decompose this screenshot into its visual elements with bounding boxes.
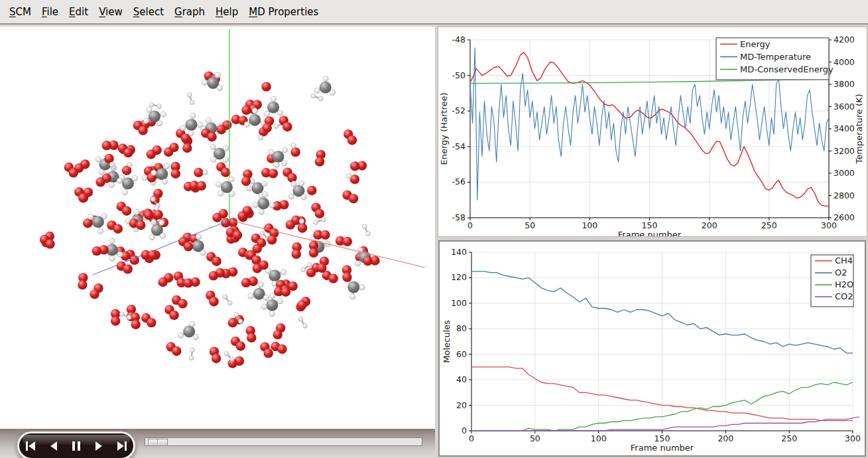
step-back-button[interactable] <box>44 436 64 456</box>
svg-text:Energy: Energy <box>740 39 771 49</box>
playback-bar <box>0 429 435 458</box>
svg-text:250: 250 <box>781 433 797 443</box>
svg-text:4000: 4000 <box>834 57 855 67</box>
molecule-count-chart: 050100150200250300020406080100120140Fram… <box>440 242 865 455</box>
play-button[interactable] <box>89 436 109 456</box>
svg-text:50: 50 <box>530 433 540 443</box>
svg-text:-50: -50 <box>452 70 465 80</box>
skip-to-end-icon <box>115 439 129 453</box>
playback-controls <box>17 431 135 458</box>
menu-scm[interactable]: SCM <box>4 2 36 22</box>
menu-edit[interactable]: Edit <box>64 2 93 22</box>
svg-text:300: 300 <box>845 433 861 443</box>
svg-text:0: 0 <box>469 433 474 443</box>
svg-text:3000: 3000 <box>834 168 855 178</box>
svg-text:O2: O2 <box>835 267 847 277</box>
svg-text:3800: 3800 <box>834 79 855 89</box>
svg-text:150: 150 <box>654 433 670 443</box>
menu-bar: SCM File Edit View Select Graph Help MD … <box>0 0 868 25</box>
svg-text:-48: -48 <box>452 35 465 44</box>
svg-text:0: 0 <box>462 425 467 435</box>
svg-text:4200: 4200 <box>834 35 855 44</box>
svg-text:100: 100 <box>582 220 597 230</box>
svg-text:Energy (Hartree): Energy (Hartree) <box>439 92 449 165</box>
molecule-viewport[interactable] <box>0 27 435 429</box>
svg-text:Molecules: Molecules <box>442 320 452 363</box>
menu-graph[interactable]: Graph <box>169 2 210 22</box>
menu-file[interactable]: File <box>36 2 64 22</box>
svg-text:80: 80 <box>456 323 467 333</box>
svg-text:-54: -54 <box>452 141 465 151</box>
svg-text:140: 140 <box>451 247 467 257</box>
energy-temperature-chart: 050100150200250300-48-50-52-54-56-582600… <box>438 27 867 236</box>
svg-text:Frame number: Frame number <box>618 230 682 236</box>
svg-text:250: 250 <box>761 220 777 230</box>
svg-text:200: 200 <box>702 220 717 230</box>
molecule-scene <box>0 27 435 429</box>
svg-text:50: 50 <box>525 220 535 230</box>
pause-button[interactable] <box>66 436 86 456</box>
energy-temperature-panel: 050100150200250300-48-50-52-54-56-582600… <box>438 27 867 237</box>
svg-text:100: 100 <box>591 433 607 443</box>
svg-text:3400: 3400 <box>834 123 855 133</box>
svg-text:3600: 3600 <box>834 102 855 112</box>
step-back-icon <box>47 439 60 453</box>
svg-text:150: 150 <box>642 220 658 230</box>
skip-to-start-icon <box>24 439 37 453</box>
menu-md-properties[interactable]: MD Properties <box>243 2 324 22</box>
frame-slider[interactable] <box>145 437 422 446</box>
menu-help[interactable]: Help <box>210 2 243 22</box>
svg-text:-56: -56 <box>452 177 465 187</box>
pause-icon <box>70 439 83 453</box>
svg-text:-52: -52 <box>452 106 465 115</box>
menu-select[interactable]: Select <box>128 2 169 22</box>
skip-to-start-button[interactable] <box>21 436 40 456</box>
svg-text:60: 60 <box>456 349 467 359</box>
play-icon <box>92 439 105 453</box>
skip-to-end-button[interactable] <box>112 436 132 456</box>
svg-text:H2O: H2O <box>835 279 853 289</box>
svg-text:40: 40 <box>456 374 467 384</box>
svg-text:120: 120 <box>451 272 467 282</box>
svg-text:3200: 3200 <box>834 146 855 156</box>
svg-text:2800: 2800 <box>834 191 855 200</box>
svg-text:Temperature (K): Temperature (K) <box>854 94 864 164</box>
svg-text:CH4: CH4 <box>835 256 853 266</box>
svg-text:Frame number: Frame number <box>631 443 694 453</box>
svg-text:0: 0 <box>467 220 473 230</box>
frame-slider-thumb[interactable] <box>148 439 168 446</box>
menu-view[interactable]: View <box>93 2 128 22</box>
svg-text:MD-Temperature: MD-Temperature <box>740 52 811 62</box>
svg-text:200: 200 <box>717 433 733 443</box>
svg-text:MD-ConservedEnergy: MD-ConservedEnergy <box>740 64 834 74</box>
svg-text:CO2: CO2 <box>835 291 853 301</box>
svg-text:100: 100 <box>451 298 467 308</box>
svg-text:2600: 2600 <box>834 212 855 222</box>
molecule-count-panel: 050100150200250300020406080100120140Fram… <box>438 240 866 457</box>
svg-text:20: 20 <box>456 400 467 410</box>
svg-text:-58: -58 <box>452 212 465 222</box>
